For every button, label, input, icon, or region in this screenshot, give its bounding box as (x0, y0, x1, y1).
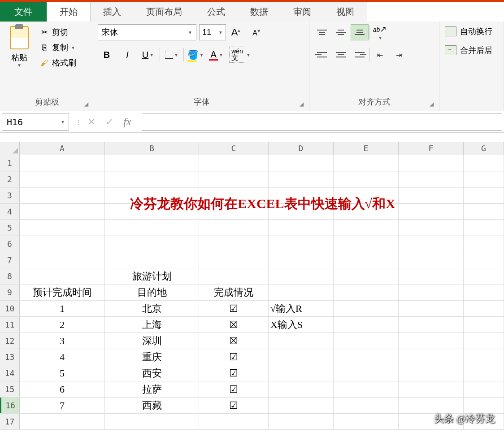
cell-F16[interactable] (399, 398, 464, 413)
cell-C16[interactable]: ☑ (199, 398, 269, 413)
cell-C12[interactable]: ☒ (199, 333, 269, 349)
cell-D12[interactable] (269, 333, 334, 349)
cell-C10[interactable]: ☑ (199, 301, 269, 316)
italic-button[interactable]: I (118, 47, 136, 63)
cell-E15[interactable] (334, 381, 399, 397)
row-header-17[interactable]: 17 (0, 414, 20, 429)
cell-A12[interactable]: 3 (20, 333, 105, 349)
cell-D16[interactable] (269, 398, 334, 413)
row-header-14[interactable]: 14 (0, 365, 20, 381)
row-header-16[interactable]: 16 (0, 398, 20, 413)
cell-D7[interactable] (269, 252, 334, 268)
font-name-select[interactable]: 宋体▼ (98, 24, 196, 40)
cell-F13[interactable] (399, 349, 464, 365)
cell-G8[interactable] (464, 268, 504, 284)
cell-A13[interactable]: 4 (20, 349, 105, 365)
cell-G13[interactable] (464, 349, 504, 365)
cell-D13[interactable] (269, 349, 334, 365)
column-header-G[interactable]: G (464, 142, 504, 155)
cell-F11[interactable] (399, 317, 464, 332)
cell-C11[interactable]: ☒ (199, 317, 269, 332)
cell-D8[interactable] (269, 268, 334, 284)
cell-A7[interactable] (20, 252, 105, 268)
cell-B7[interactable] (105, 252, 199, 268)
cell-E16[interactable] (334, 398, 399, 413)
cell-A8[interactable] (20, 268, 105, 284)
row-header-1[interactable]: 1 (0, 155, 20, 171)
tab-page-layout[interactable]: 页面布局 (134, 2, 195, 22)
cell-E17[interactable] (334, 414, 399, 429)
row-header-7[interactable]: 7 (0, 252, 20, 268)
cell-F12[interactable] (399, 333, 464, 349)
cell-B9[interactable]: 目的地 (105, 284, 199, 300)
cell-E14[interactable] (334, 365, 399, 381)
alignment-launcher-icon[interactable]: ◢ (430, 101, 434, 107)
insert-function-button[interactable]: fx (119, 114, 135, 130)
decrease-font-button[interactable]: A▾ (249, 24, 267, 40)
cell-B13[interactable]: 重庆 (105, 349, 199, 365)
cell-F9[interactable] (399, 284, 464, 300)
merge-center-button[interactable]: 合并后居 (443, 43, 494, 57)
select-all-button[interactable] (0, 142, 20, 155)
cell-D9[interactable] (269, 284, 334, 300)
cell-F15[interactable] (399, 381, 464, 397)
cell-B16[interactable]: 西藏 (105, 398, 199, 413)
tab-review[interactable]: 审阅 (281, 2, 324, 22)
row-header-12[interactable]: 12 (0, 333, 20, 349)
cell-C9[interactable]: 完成情况 (199, 284, 269, 300)
font-color-button[interactable]: A▼ (207, 47, 225, 63)
column-header-B[interactable]: B (105, 142, 199, 155)
underline-button[interactable]: U▼ (139, 47, 157, 63)
cell-A15[interactable]: 6 (20, 381, 105, 397)
cell-E13[interactable] (334, 349, 399, 365)
column-header-D[interactable]: D (269, 142, 334, 155)
column-header-C[interactable]: C (199, 142, 269, 155)
cell-C17[interactable] (199, 414, 269, 429)
clipboard-launcher-icon[interactable]: ◢ (84, 101, 88, 107)
tab-data[interactable]: 数据 (238, 2, 281, 22)
align-right-button[interactable] (351, 47, 369, 63)
cell-C8[interactable] (199, 268, 269, 284)
bold-button[interactable]: B (98, 47, 116, 63)
cell-E11[interactable] (334, 317, 399, 332)
align-left-button[interactable] (313, 47, 331, 63)
title-merged-cell[interactable]: 冷芬龙教你如何在EXCEL表中快速输入√和X (22, 155, 504, 252)
cell-D14[interactable] (269, 365, 334, 381)
cell-A14[interactable]: 5 (20, 365, 105, 381)
font-launcher-icon[interactable]: ◢ (300, 101, 304, 107)
cell-A16[interactable]: 7 (20, 398, 105, 413)
cut-button[interactable]: ✂ 剪切 (38, 26, 78, 39)
enter-formula-button[interactable]: ✓ (101, 114, 117, 130)
cell-D17[interactable] (269, 414, 334, 429)
cell-G11[interactable] (464, 317, 504, 332)
font-size-select[interactable]: 11▼ (199, 24, 226, 40)
cell-G14[interactable] (464, 365, 504, 381)
cell-G9[interactable] (464, 284, 504, 300)
cell-F14[interactable] (399, 365, 464, 381)
format-painter-button[interactable]: 🖌 格式刷 (38, 57, 78, 69)
cell-D11[interactable]: X输入S (269, 317, 334, 332)
cell-B11[interactable]: 上海 (105, 317, 199, 332)
cell-F10[interactable] (399, 301, 464, 316)
cell-A10[interactable]: 1 (20, 301, 105, 316)
column-header-F[interactable]: F (399, 142, 464, 155)
wrap-text-button[interactable]: 自动换行 (443, 24, 494, 39)
paste-button[interactable]: 粘贴 ▼ (4, 24, 35, 70)
row-header-2[interactable]: 2 (0, 171, 20, 187)
row-header-3[interactable]: 3 (0, 188, 20, 203)
copy-button[interactable]: ⎘ 复制 ▼ (38, 41, 78, 54)
tab-insert[interactable]: 插入 (91, 2, 134, 22)
decrease-indent-button[interactable]: ⇤ (371, 47, 389, 63)
cell-B14[interactable]: 西安 (105, 365, 199, 381)
cell-F8[interactable] (399, 268, 464, 284)
name-box[interactable]: H16▼ (2, 114, 69, 131)
column-header-A[interactable]: A (20, 142, 105, 155)
cell-F7[interactable] (399, 252, 464, 268)
column-header-E[interactable]: E (334, 142, 399, 155)
cell-G7[interactable] (464, 252, 504, 268)
row-header-11[interactable]: 11 (0, 317, 20, 332)
row-header-13[interactable]: 13 (0, 349, 20, 365)
cell-A11[interactable]: 2 (20, 317, 105, 332)
cell-B12[interactable]: 深圳 (105, 333, 199, 349)
cell-E8[interactable] (334, 268, 399, 284)
